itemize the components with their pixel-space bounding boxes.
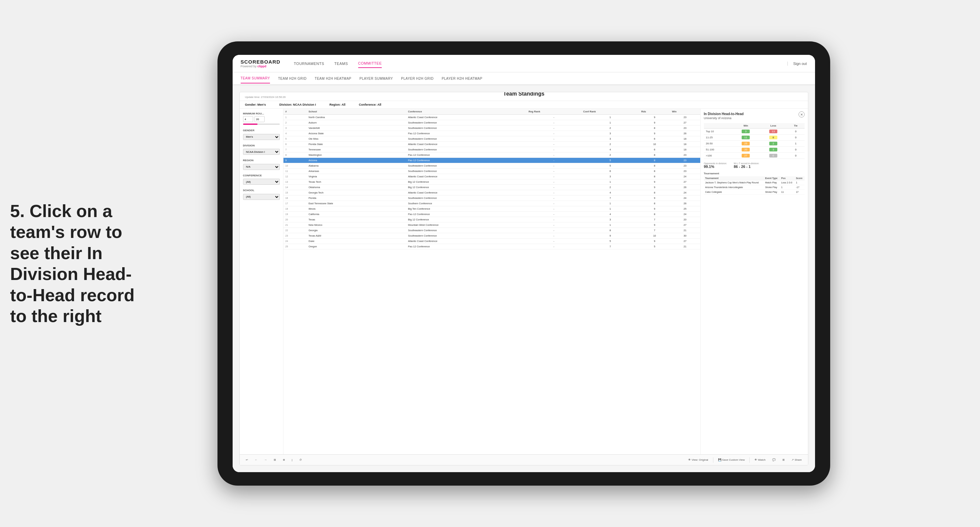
- row-school: California: [306, 212, 406, 217]
- row-school: Tennessee: [306, 147, 406, 152]
- subnav-player-summary[interactable]: PLAYER SUMMARY: [360, 74, 393, 83]
- table-row[interactable]: 25 Oregon Pac-12 Conference - 7 5 21: [283, 244, 700, 249]
- subnav-team-h2h-heatmap[interactable]: TEAM H2H HEATMAP: [315, 74, 352, 83]
- tourney-score: -17: [794, 185, 804, 190]
- subnav-player-h2h-grid[interactable]: PLAYER H2H GRID: [401, 74, 434, 83]
- copy-button[interactable]: ⊞: [272, 457, 278, 462]
- min-rounds-to-input[interactable]: [255, 116, 265, 122]
- row-conference: Southeastern Conference: [406, 120, 527, 125]
- table-row[interactable]: 17 East Tennessee State Southern Confere…: [283, 201, 700, 206]
- row-rds: 5: [639, 244, 670, 249]
- toolbar-separator-1: [713, 457, 713, 463]
- row-win: 24: [670, 190, 700, 195]
- table-row[interactable]: 19 California Pac-12 Conference - 4 8 24: [283, 212, 700, 217]
- gender-select[interactable]: Men's: [243, 134, 280, 140]
- division-select[interactable]: NCAA Division I: [243, 149, 280, 155]
- row-conference: Pac-12 Conference: [406, 244, 527, 249]
- row-reg-rank: -: [527, 201, 581, 206]
- school-select[interactable]: (All): [243, 194, 280, 200]
- row-num: 16: [283, 195, 307, 201]
- table-row[interactable]: 18 Illinois Big Ten Conference - 1 9 25: [283, 206, 700, 212]
- sign-out[interactable]: Sign out: [788, 62, 807, 66]
- row-conf-rank: 5: [581, 239, 639, 244]
- row-reg-rank: -: [527, 179, 581, 185]
- tourney-col-name: Tournament: [704, 176, 764, 180]
- table-row[interactable]: 7 Tennessee Southeastern Conference - 4 …: [283, 147, 700, 152]
- paste-button[interactable]: ⊕: [281, 457, 287, 462]
- h2h-col-win: Win: [732, 123, 759, 129]
- row-school: North Carolina: [306, 115, 406, 120]
- row-rds: 6: [639, 136, 670, 142]
- undo-button[interactable]: ↩: [244, 457, 250, 462]
- table-row[interactable]: 24 Duke Atlantic Coast Conference - 5 9 …: [283, 239, 700, 244]
- view-original-button[interactable]: 👁 View: Original: [686, 457, 710, 462]
- h2h-range: >100: [704, 153, 732, 159]
- row-school: Florida State: [306, 142, 406, 147]
- table-row[interactable]: 3 Vanderbilt Southeastern Conference - 2…: [283, 125, 700, 131]
- table-row[interactable]: 8 Washington Pac-12 Conference - 2 8 23: [283, 152, 700, 158]
- subnav-team-summary[interactable]: TEAM SUMMARY: [241, 74, 270, 83]
- table-row[interactable]: 12 Virginia Atlantic Coast Conference - …: [283, 174, 700, 179]
- table-row[interactable]: 10 Alabama Southeastern Conference - 5 8…: [283, 163, 700, 168]
- rounds-slider[interactable]: [243, 124, 280, 125]
- table-row[interactable]: 16 Florida Southeastern Conference - 7 9…: [283, 195, 700, 201]
- grid-button[interactable]: ⊞: [780, 457, 787, 462]
- nav-item-tournaments[interactable]: TOURNAMENTS: [294, 60, 324, 68]
- h2h-team: University of Arizona: [704, 116, 744, 120]
- table-row[interactable]: 1 North Carolina Atlantic Coast Conferen…: [283, 115, 700, 120]
- subnav-team-h2h-grid[interactable]: TEAM H2H GRID: [278, 74, 307, 83]
- subnav-player-h2h-heatmap[interactable]: PLAYER H2H HEATMAP: [442, 74, 482, 83]
- row-num: 9: [283, 158, 307, 163]
- opponents-stat: Opponents in division: 99.1%: [704, 162, 727, 168]
- conference-select[interactable]: (All): [243, 179, 280, 185]
- h2h-row: 51-100 20 3 0: [704, 147, 805, 153]
- table-row[interactable]: 11 Arkansas Southeastern Conference - 6 …: [283, 168, 700, 174]
- back-button[interactable]: ←: [253, 457, 259, 462]
- h2h-win: 11: [732, 135, 759, 141]
- min-rounds-from-input[interactable]: [243, 116, 253, 122]
- table-row[interactable]: 22 Georgia Southeastern Conference - 8 7…: [283, 228, 700, 233]
- row-school: Oregon: [306, 244, 406, 249]
- h2h-row: 26-50 25 2 1: [704, 141, 805, 147]
- row-conference: Big Ten Conference: [406, 206, 527, 212]
- table-row[interactable]: 9 Arizona Pac-12 Conference - 5 8 23: [283, 158, 700, 163]
- region-select[interactable]: N/A: [243, 164, 280, 170]
- table-row[interactable]: 14 Oklahoma Big 12 Conference - 2 9 26: [283, 185, 700, 190]
- watch-button[interactable]: 👁 Watch: [752, 457, 768, 462]
- table-row[interactable]: 4 Arizona State Pac-12 Conference - 3 9 …: [283, 131, 700, 136]
- row-win: 23: [670, 115, 700, 120]
- h2h-win: 3: [732, 129, 759, 135]
- row-num: 24: [283, 239, 307, 244]
- row-school: Duke: [306, 239, 406, 244]
- dashboard-header: Update time: 27/03/2024 16:56:26 Team St…: [240, 92, 808, 101]
- comment-button[interactable]: 💬: [770, 457, 778, 462]
- table-row[interactable]: 21 New Mexico Mountain West Conference -…: [283, 222, 700, 228]
- share-button[interactable]: ↗ Share: [789, 457, 804, 462]
- table-row[interactable]: 6 Florida State Atlantic Coast Conferenc…: [283, 142, 700, 147]
- row-conference: Atlantic Coast Conference: [406, 174, 527, 179]
- save-custom-button[interactable]: 💾 Save Custom View: [716, 457, 747, 462]
- tourney-col-type: Event Type: [764, 176, 780, 180]
- tourney-pos: 1: [780, 185, 794, 190]
- clock-button[interactable]: ⏱: [297, 457, 304, 462]
- table-row[interactable]: 15 Georgia Tech Atlantic Coast Conferenc…: [283, 190, 700, 195]
- row-rds: 9: [639, 179, 670, 185]
- row-rds: 9: [639, 131, 670, 136]
- close-h2h-button[interactable]: ✕: [799, 111, 805, 117]
- row-conference: Southeastern Conference: [406, 147, 527, 152]
- table-row[interactable]: 13 Texas Tech Big 12 Conference - 1 9 27: [283, 179, 700, 185]
- row-reg-rank: -: [527, 228, 581, 233]
- nav-item-teams[interactable]: TEAMS: [334, 60, 348, 68]
- separator-btn[interactable]: |: [290, 457, 294, 462]
- table-row[interactable]: 2 Auburn Southeastern Conference - 1 9 2…: [283, 120, 700, 125]
- row-win: 24: [670, 174, 700, 179]
- table-row[interactable]: 20 Texas Big 12 Conference - 3 7 20: [283, 217, 700, 222]
- row-rds: 9: [639, 239, 670, 244]
- nav-item-committee[interactable]: COMMITTEE: [358, 59, 382, 68]
- row-num: 3: [283, 125, 307, 131]
- row-win: 20: [670, 217, 700, 222]
- table-row[interactable]: 23 Texas A&M Southeastern Conference - 9…: [283, 233, 700, 239]
- forward-button[interactable]: →: [262, 457, 269, 462]
- dashboard-title: Team Standings: [285, 92, 762, 97]
- table-row[interactable]: 5 Ole Miss Southeastern Conference - 3 6…: [283, 136, 700, 142]
